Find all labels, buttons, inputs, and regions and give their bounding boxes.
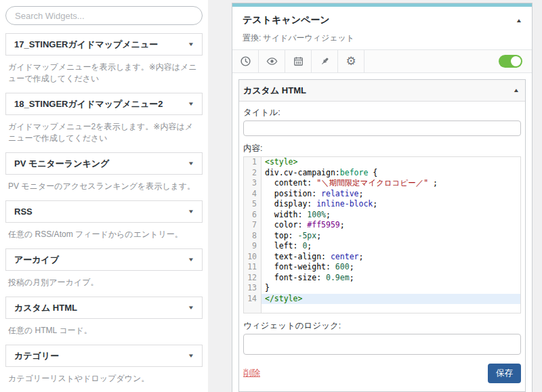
code-editor[interactable]: 1<style>2div.cv-campaign:before {3 conte… (243, 156, 521, 313)
widget-list: 17_STINGERガイドマップメニュー ▼ ガイドマップメニューを表示します。… (5, 33, 203, 385)
code-line: 9 left: 0; (244, 241, 520, 252)
line-number: 3 (244, 178, 262, 189)
widgets-admin-page: 17_STINGERガイドマップメニュー ▼ ガイドマップメニューを表示します。… (0, 0, 542, 392)
widget-logic-input[interactable] (243, 334, 521, 355)
widget-form-body: タイトル: 内容: 1<style>2div.cv-campaign:befor… (239, 102, 525, 391)
line-number: 7 (244, 220, 262, 231)
widget-description: 任意の HTML コード。 (8, 325, 200, 336)
widget-form-header[interactable]: カスタム HTML ▲ (239, 80, 525, 102)
widget-box[interactable]: アーカイブ ▼ (5, 248, 203, 271)
widget-description: 任意の RSS/Atom フィードからのエントリー。 (8, 229, 200, 240)
widget-description: 投稿の月別アーカイブ。 (8, 277, 200, 288)
code-line: 1<style> (244, 157, 520, 168)
widget-title-label: アーカイブ (14, 254, 59, 266)
widget-box[interactable]: カテゴリー ▼ (5, 345, 203, 367)
toggle-knob (511, 56, 521, 66)
line-number: 9 (244, 241, 262, 252)
title-input[interactable] (243, 121, 521, 136)
chevron-down-icon: ▼ (188, 41, 194, 47)
save-button[interactable]: 保存 (488, 364, 521, 383)
replace-label: 置換: (243, 33, 261, 43)
collapse-up-icon[interactable]: ▲ (516, 18, 522, 24)
line-number: 12 (244, 273, 262, 284)
widget-form-box: カスタム HTML ▲ タイトル: 内容: 1<style>2div.cv-ca… (238, 79, 526, 392)
widget-box[interactable]: PV モニターランキング ▼ (5, 152, 203, 175)
replace-info: 置換:サイドバーウィジェット (243, 32, 522, 44)
title-field-label: タイトル: (243, 107, 521, 118)
code-line: 14</style> (244, 294, 520, 305)
code-line: 8 top: -5px; (244, 231, 520, 242)
line-number: 11 (244, 262, 262, 273)
search-input[interactable] (5, 6, 203, 25)
line-number: 13 (244, 283, 262, 294)
logic-field-label: ウィジェットのロジック: (243, 320, 521, 332)
widget-box[interactable]: 17_STINGERガイドマップメニュー ▼ (5, 33, 203, 56)
chevron-down-icon: ▼ (188, 305, 194, 311)
chevron-down-icon: ▼ (188, 257, 194, 263)
pin-icon (319, 56, 331, 67)
replace-value: サイドバーウィジェット (263, 33, 354, 43)
widget-enabled-toggle[interactable] (499, 55, 522, 68)
widget-title-label: カスタム HTML (14, 302, 77, 314)
gear-icon: ⚙ (346, 56, 356, 67)
days-button[interactable] (285, 50, 312, 72)
available-widgets-sidebar: 17_STINGERガイドマップメニュー ▼ ガイドマップメニューを表示します。… (0, 0, 208, 392)
code-line: 4 position: relative; (244, 189, 520, 200)
line-number: 5 (244, 199, 262, 210)
widget-description: ガイドマップメニューを表示します。※内容はメニューで作成してください (8, 62, 200, 85)
line-number: 1 (244, 157, 262, 168)
code-line: 6 width: 100%; (244, 210, 520, 221)
line-number: 8 (244, 231, 262, 242)
line-number: 6 (244, 210, 262, 221)
widget-description: ガイドマップメニュー2を表示します。※内容はメニューで作成してください (8, 121, 200, 144)
code-line: 7 color: #ff5959; (244, 220, 520, 231)
visibility-button[interactable] (259, 50, 285, 72)
widget-title-label: RSS (14, 206, 33, 217)
chevron-down-icon: ▼ (188, 353, 194, 359)
widget-instance-title: テストキャンペーン (243, 14, 330, 26)
fixed-widget-button[interactable] (312, 50, 338, 72)
calendar-icon (293, 56, 304, 67)
widget-description: PV モニターのアクセスランキングを表示します。 (8, 181, 200, 192)
chevron-down-icon: ▼ (188, 101, 194, 107)
widget-title-label: 18_STINGERガイドマップメニュー2 (14, 98, 163, 110)
widget-title-label: 17_STINGERガイドマップメニュー (14, 39, 158, 51)
code-line: 5 display: inline-block; (244, 199, 520, 210)
editor-filler (244, 304, 520, 313)
line-number: 4 (244, 189, 262, 200)
chevron-down-icon: ▼ (188, 209, 194, 215)
settings-button[interactable]: ⚙ (338, 50, 364, 72)
line-number: 10 (244, 252, 262, 263)
line-number: 2 (244, 168, 262, 179)
code-line: 11 font-weight: 600; (244, 262, 520, 273)
widget-box[interactable]: 18_STINGERガイドマップメニュー2 ▼ (5, 93, 203, 115)
panel-header: テストキャンペーン ▲ 置換:サイドバーウィジェット (232, 7, 532, 49)
delete-link[interactable]: 削除 (243, 368, 260, 379)
schedule-button[interactable] (232, 50, 259, 72)
visibility-icon (266, 56, 278, 67)
code-line: 10 text-align: center; (244, 252, 520, 263)
widget-options-toolbar: ⚙ (232, 49, 532, 73)
chevron-down-icon: ▼ (188, 160, 194, 167)
code-line: 2div.cv-campaign:before { (244, 168, 520, 179)
code-line: 3 content: "＼期間限定マイクロコピー／" ; (244, 178, 520, 189)
widget-description: カテゴリーリストやドロップダウン。 (8, 373, 200, 385)
widget-title-label: カテゴリー (14, 350, 59, 362)
line-number: 14 (244, 294, 262, 305)
widget-box[interactable]: RSS ▼ (5, 200, 203, 223)
content-field-label: 内容: (243, 143, 521, 154)
code-line: 13} (244, 283, 520, 294)
widget-type-label: カスタム HTML (243, 85, 306, 97)
widget-editor-panel: テストキャンペーン ▲ 置換:サイドバーウィジェット (232, 3, 533, 392)
form-footer: 削除 保存 (243, 364, 521, 383)
history-icon (240, 56, 251, 67)
code-line: 12 font-size: 0.9em; (244, 273, 520, 284)
widget-title-label: PV モニターランキング (14, 158, 109, 170)
collapse-up-icon: ▲ (513, 87, 520, 93)
widget-box[interactable]: カスタム HTML ▼ (5, 297, 203, 319)
